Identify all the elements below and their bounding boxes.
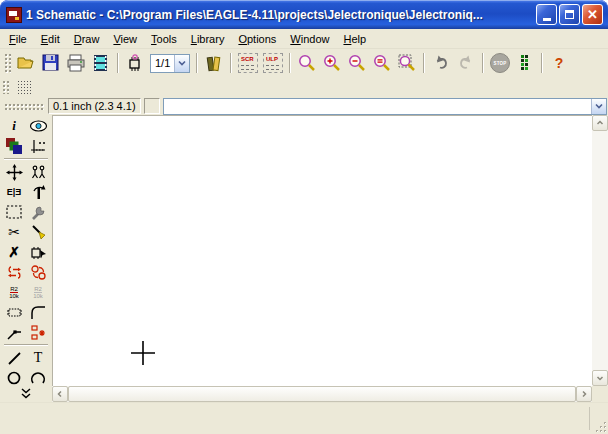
stop-button[interactable]: STOP <box>488 52 512 74</box>
palette-separator <box>4 344 48 346</box>
menu-file[interactable]: File <box>2 30 34 48</box>
menu-library[interactable]: Library <box>184 30 232 48</box>
tool-show-button[interactable] <box>26 116 50 136</box>
board-icon <box>125 53 145 73</box>
menu-help[interactable]: Help <box>336 30 373 48</box>
chevron-double-down-icon <box>20 388 32 399</box>
tool-group-button[interactable] <box>2 202 26 222</box>
mark-icon <box>30 138 47 155</box>
parameter-toolbar-grip[interactable] <box>2 80 9 94</box>
gateswap-icon <box>30 264 47 281</box>
tool-info-button[interactable]: i <box>2 116 26 136</box>
run-script-button[interactable]: SCR <box>236 52 260 74</box>
tool-wire-button[interactable] <box>2 348 26 368</box>
redo-button[interactable] <box>454 52 478 74</box>
menu-options[interactable]: Options <box>231 30 283 48</box>
resize-grip[interactable] <box>595 421 607 433</box>
wire-icon <box>7 351 22 366</box>
zoom-select-button[interactable] <box>395 52 419 74</box>
mirror-icon: E|Ǝ <box>7 187 22 197</box>
command-bar-grip[interactable] <box>4 103 44 110</box>
menu-window[interactable]: Window <box>283 30 336 48</box>
save-button[interactable] <box>39 52 63 74</box>
tool-change-button[interactable] <box>26 202 50 222</box>
invoke-icon <box>30 324 47 341</box>
tool-add-button[interactable] <box>26 242 50 262</box>
tool-move-button[interactable] <box>2 162 26 182</box>
tool-invoke-button[interactable] <box>26 322 50 342</box>
undo-button[interactable] <box>429 52 453 74</box>
tool-delete-button[interactable]: ✗ <box>2 242 26 262</box>
tool-text-button[interactable]: T <box>26 348 50 368</box>
vertical-scroll-track[interactable] <box>592 131 608 370</box>
text-icon: T <box>34 350 43 366</box>
scroll-left-button[interactable] <box>52 386 68 402</box>
toolbar-grip[interactable] <box>4 53 11 73</box>
minimize-button[interactable] <box>536 4 557 25</box>
horizontal-scroll-thumb[interactable] <box>68 386 576 402</box>
circle-icon <box>6 370 22 386</box>
library-button[interactable] <box>202 52 226 74</box>
scroll-right-button[interactable] <box>576 386 592 402</box>
zoom-out-button[interactable] <box>345 52 369 74</box>
menu-edit[interactable]: Edit <box>34 30 67 48</box>
rotate-icon <box>30 184 47 201</box>
app-icon[interactable] <box>6 7 22 23</box>
group-icon <box>6 205 22 219</box>
menu-draw[interactable]: Draw <box>67 30 107 48</box>
tool-miter-button[interactable] <box>26 302 50 322</box>
tool-name-button[interactable]: R210k <box>2 282 26 302</box>
help-icon: ? <box>555 55 564 71</box>
scroll-up-button[interactable] <box>592 115 608 131</box>
close-button[interactable]: ✕ <box>582 4 603 25</box>
value-icon: R210k <box>33 286 43 299</box>
tool-split-button[interactable] <box>2 322 26 342</box>
tool-paste-button[interactable] <box>26 222 50 242</box>
tool-display-button[interactable] <box>2 136 26 156</box>
tool-gateswap-button[interactable] <box>26 262 50 282</box>
open-button[interactable] <box>14 52 38 74</box>
tool-cut-button[interactable]: ✂ <box>2 222 26 242</box>
go-button[interactable] <box>513 52 537 74</box>
film-strip-icon <box>91 53 111 73</box>
zoom-in-icon <box>322 53 342 73</box>
tool-pinswap-button[interactable] <box>2 262 26 282</box>
add-part-icon <box>30 244 47 261</box>
sheet-selector-dropdown-icon[interactable] <box>174 55 189 72</box>
tool-rotate-button[interactable] <box>26 182 50 202</box>
status-message <box>0 403 589 434</box>
menu-tools[interactable]: Tools <box>144 30 184 48</box>
command-bar: 0.1 inch (2.3 4.1) <box>0 97 608 115</box>
menu-bar: File Edit Draw View Tools Library Option… <box>0 29 608 49</box>
menu-view[interactable]: View <box>106 30 144 48</box>
scroll-down-button[interactable] <box>592 370 608 386</box>
zoom-in-button[interactable] <box>320 52 344 74</box>
paste-icon <box>30 224 47 241</box>
command-history-dropdown-icon[interactable] <box>591 99 606 114</box>
tool-smash-button[interactable] <box>2 302 26 322</box>
export-image-button[interactable] <box>89 52 113 74</box>
chevron-right-icon <box>580 390 588 398</box>
scissors-icon: ✂ <box>8 224 20 240</box>
tool-circle-button[interactable] <box>2 368 26 388</box>
help-button[interactable]: ? <box>547 52 571 74</box>
tool-arc-button[interactable] <box>26 368 50 388</box>
palette-more-button[interactable] <box>20 388 32 401</box>
tool-mark-button[interactable] <box>26 136 50 156</box>
copy-icon <box>30 165 47 180</box>
origin-crosshair <box>131 341 155 365</box>
tool-copy-button[interactable] <box>26 162 50 182</box>
zoom-fit-button[interactable] <box>295 52 319 74</box>
print-button[interactable] <box>64 52 88 74</box>
tool-value-button[interactable]: R210k <box>26 282 50 302</box>
zoom-redraw-button[interactable] <box>370 52 394 74</box>
command-line-input[interactable] <box>164 99 591 114</box>
grid-button[interactable] <box>17 80 33 94</box>
maximize-button[interactable] <box>559 4 580 25</box>
run-ulp-button[interactable]: ULP <box>261 52 285 74</box>
board-button[interactable] <box>123 52 147 74</box>
schematic-canvas[interactable] <box>52 115 592 386</box>
palette-separator <box>4 158 48 160</box>
sheet-selector[interactable]: 1/1 <box>150 54 190 73</box>
tool-mirror-button[interactable]: E|Ǝ <box>2 182 26 202</box>
